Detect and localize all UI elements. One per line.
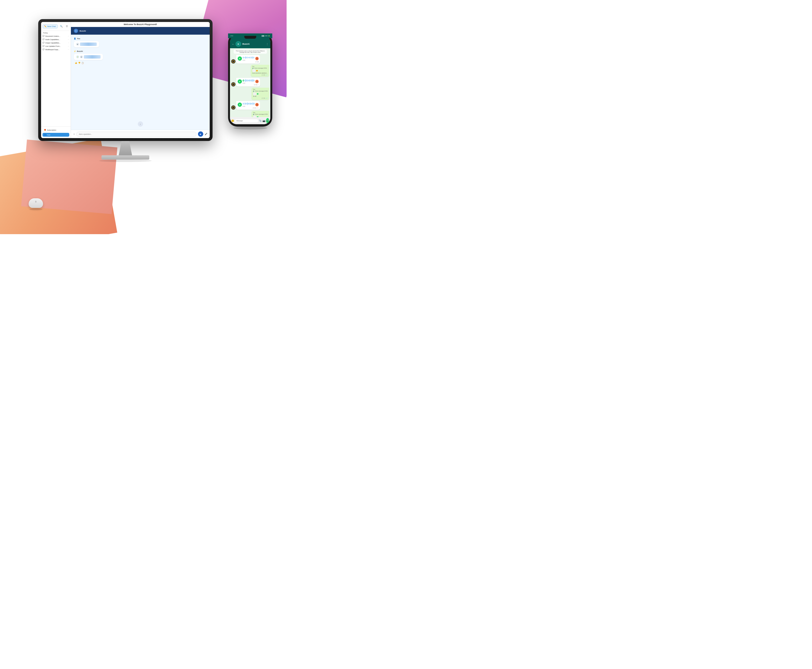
scroll-to-bottom-button[interactable]: ↓ xyxy=(138,121,143,127)
svg-rect-37 xyxy=(245,103,245,105)
user-button[interactable]: 👤 Yuvi xyxy=(42,133,69,137)
chat-header: B BuzzAi xyxy=(71,27,210,35)
wa-msg-sublabel-out-1: 🔊 Voice message (0:01) xyxy=(252,67,268,69)
wa-play-btn-in-3[interactable]: ▶ xyxy=(238,103,242,107)
svg-rect-7 xyxy=(248,57,248,58)
svg-rect-28 xyxy=(250,80,251,81)
item-dots-2: ··· xyxy=(68,39,69,40)
monitor-neck xyxy=(116,141,135,155)
wa-system-message: This business uses a secure service from… xyxy=(233,49,267,54)
monitor-camera-dot xyxy=(125,20,126,22)
wa-back-button[interactable]: ← xyxy=(232,43,234,45)
svg-rect-1 xyxy=(243,57,244,59)
monitor-screen: ✏️ New Chat 🔍 ☰ Today 💬 Document Unders.… xyxy=(41,22,210,138)
svg-rect-23 xyxy=(247,79,247,82)
you-play-button[interactable]: ▶ xyxy=(76,43,79,45)
svg-rect-25 xyxy=(248,79,249,81)
signal-icon: ▌▌▌ xyxy=(262,36,265,37)
wa-message-input[interactable] xyxy=(235,119,258,122)
new-chat-icon: ✏️ xyxy=(44,25,47,27)
sidebar-item-multilingual[interactable]: 💬 Multilingual Supp... ··· xyxy=(41,48,71,51)
chat-messages: 👤 You ▶ xyxy=(71,35,210,130)
buzzai-play-button-2[interactable]: ▶ xyxy=(80,55,83,58)
wa-emoji-button[interactable]: 🙂 xyxy=(231,119,234,122)
phone-frame: 17:3 ▌▌▌ WiFi 🔋 ← B BuzzAi ⋮ xyxy=(228,34,272,127)
svg-rect-14 xyxy=(253,57,253,58)
wa-download-btn-out-2[interactable]: ↓ xyxy=(253,92,256,96)
mouse-wrapper xyxy=(29,198,43,210)
mouse-shadow xyxy=(29,208,42,210)
you-sender-label: You xyxy=(77,37,80,40)
wa-waveform-in-3 xyxy=(243,102,255,105)
battery-icon: 🔋 xyxy=(268,36,270,37)
svg-rect-15 xyxy=(253,57,254,59)
wa-paperclip-button[interactable]: 📎 xyxy=(259,119,262,122)
chat-icon-5: 💬 xyxy=(42,49,45,50)
buzzai-sender-label: BuzzAi xyxy=(77,50,83,52)
sidebar-item-audio[interactable]: 💬 Audio Capabilities... ··· xyxy=(41,38,71,41)
svg-rect-18 xyxy=(243,79,244,82)
thumbsdown-btn[interactable]: 👎 xyxy=(78,62,81,64)
item-dots-3: ··· xyxy=(68,42,69,44)
wa-download-btn-out-1[interactable]: ↓ xyxy=(252,69,255,72)
chat-title: Welcome To BuzzAi Playground! xyxy=(124,23,157,25)
buzzai-logo: B xyxy=(74,29,78,33)
sidebar-item-image[interactable]: 💬 Image Capabilities... ··· xyxy=(41,41,71,44)
monitor-base-shadow xyxy=(99,160,152,162)
svg-rect-11 xyxy=(250,57,251,58)
new-chat-button[interactable]: ✏️ New Chat xyxy=(42,24,58,29)
sidebar-item-live[interactable]: 💬 Live Updates From... ··· xyxy=(41,44,71,48)
wa-audio-player-in-3: ▶ xyxy=(238,102,258,107)
new-chat-label: New Chat xyxy=(47,25,55,27)
buzzai-waveform xyxy=(84,55,101,59)
svg-rect-16 xyxy=(254,57,255,58)
wa-headphone-in-2: 🎧 xyxy=(255,80,258,83)
svg-rect-3 xyxy=(245,57,245,58)
item-dots-5: ··· xyxy=(68,49,69,50)
svg-rect-0 xyxy=(243,57,243,58)
wa-duration-in-3: 0:02 xyxy=(243,106,255,107)
wa-bubble-out-1: You 🔊 Voice message (0:01) ↓ AUD-2024013… xyxy=(251,65,269,77)
settings-button[interactable]: ☰ xyxy=(64,24,69,29)
svg-rect-35 xyxy=(243,103,244,105)
svg-rect-5 xyxy=(246,57,247,58)
wa-audio-player-in-1: ▶ xyxy=(238,56,258,61)
chat-input[interactable] xyxy=(76,132,196,137)
user-label: Yuvi xyxy=(47,134,50,136)
send-button[interactable]: ▶ xyxy=(198,131,203,137)
plus-icon[interactable]: + xyxy=(73,133,75,136)
wa-play-btn-in-1[interactable]: ▶ xyxy=(238,56,242,61)
svg-rect-42 xyxy=(248,103,249,105)
wa-msg-label-out-2: You xyxy=(253,89,268,90)
search-button[interactable]: 🔍 xyxy=(59,24,64,29)
copy-btn[interactable]: 📋 xyxy=(81,62,84,64)
user-icon: 👤 xyxy=(44,134,46,136)
you-waveform xyxy=(80,42,97,46)
wa-camera-button[interactable]: 📷 xyxy=(262,119,265,122)
sidebar: ✏️ New Chat 🔍 ☰ Today 💬 Document Unders.… xyxy=(41,22,71,138)
sidebar-item-document[interactable]: 💬 Document Unders... ··· xyxy=(41,34,71,38)
svg-rect-30 xyxy=(252,79,252,82)
message-sender-you: 👤 You xyxy=(74,37,207,40)
phone-notch xyxy=(244,36,256,39)
thumbsup-btn[interactable]: 👍 xyxy=(75,62,77,64)
svg-rect-8 xyxy=(248,57,249,58)
wa-duration-in-2: 0:02 xyxy=(243,82,255,84)
subscription-button[interactable]: 🎁 Subscription xyxy=(42,128,69,132)
wa-time-out-2: 17:39 ✓✓ xyxy=(253,97,268,99)
attach-icon[interactable]: 🎤 xyxy=(205,133,207,135)
mouse-scroll-wheel xyxy=(35,201,37,203)
wa-messages: This business uses a secure service from… xyxy=(230,48,270,117)
wa-menu-button[interactable]: ⋮ xyxy=(266,43,268,45)
you-sender-icon: 👤 xyxy=(74,37,76,40)
wa-download-btn-out-3[interactable]: ↓ xyxy=(253,115,256,117)
mouse-body xyxy=(29,198,43,208)
svg-rect-38 xyxy=(245,103,246,104)
wa-mic-button[interactable]: 🎤 xyxy=(266,118,269,123)
svg-rect-43 xyxy=(249,103,250,104)
wa-msg-label-out-3: You xyxy=(253,112,268,113)
wa-bubble-in-2: ▶ xyxy=(236,78,260,86)
wa-play-btn-in-2[interactable]: ▶ xyxy=(238,79,242,84)
buzzai-play-button[interactable]: ⚡ xyxy=(76,55,79,58)
svg-rect-44 xyxy=(250,103,250,105)
